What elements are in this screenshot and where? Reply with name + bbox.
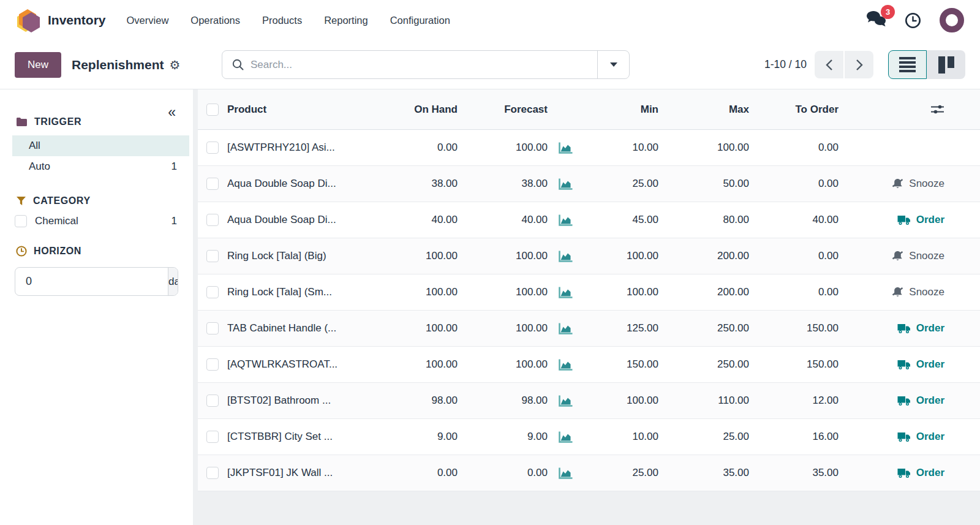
view-settings-gear-icon[interactable]: ⚙ [170, 58, 181, 72]
forecast-chart-icon[interactable] [548, 395, 584, 407]
menu-item-operations[interactable]: Operations [190, 15, 240, 26]
menu-item-reporting[interactable]: Reporting [324, 15, 368, 26]
activities-clock-icon[interactable] [905, 12, 921, 29]
row-checkbox[interactable] [206, 395, 219, 407]
forecast-chart-icon[interactable] [548, 214, 584, 227]
to-order-cell: 0.00 [749, 142, 839, 154]
forecast-chart-icon[interactable] [548, 467, 584, 480]
truck-icon [897, 468, 911, 478]
row-checkbox[interactable] [206, 467, 219, 479]
forecast-cell: 0.00 [458, 467, 548, 479]
max-cell: 80.00 [658, 214, 749, 226]
horizon-section-header: HORIZON [0, 246, 193, 257]
row-checkbox[interactable] [206, 178, 219, 190]
table-row[interactable]: Aqua Double Soap Di... 38.00 38.00 25.00… [198, 166, 980, 202]
table-row[interactable]: Aqua Double Soap Di... 40.00 40.00 45.00… [198, 202, 980, 238]
forecast-chart-icon[interactable] [548, 142, 584, 154]
table-row[interactable]: [ASWTPRHY210] Asi... 0.00 100.00 10.00 1… [198, 130, 980, 166]
search-input[interactable] [251, 59, 597, 71]
app-name[interactable]: Inventory [48, 13, 106, 28]
sidebar-item-chemical[interactable]: Chemical 1 [15, 215, 177, 227]
kanban-view-button[interactable] [927, 50, 965, 79]
sidebar-item-auto[interactable]: Auto 1 [12, 156, 189, 177]
on-hand-cell: 100.00 [374, 250, 458, 262]
funnel-icon [16, 196, 26, 206]
table-row[interactable]: [CTSTBBR] City Set ... 9.00 9.00 10.00 2… [198, 419, 980, 455]
row-checkbox[interactable] [206, 142, 219, 154]
pager-next-button[interactable] [845, 51, 873, 78]
to-order-cell: 12.00 [749, 395, 839, 407]
min-cell: 10.00 [584, 431, 658, 443]
table-row[interactable]: [AQTWLRKASTROAT... 100.00 100.00 150.00 … [198, 347, 980, 383]
product-cell: [CTSTBBR] City Set ... [227, 431, 374, 443]
forecast-chart-icon[interactable] [548, 286, 584, 299]
column-header-product[interactable]: Product [227, 104, 374, 116]
row-checkbox[interactable] [206, 250, 219, 262]
menu-item-overview[interactable]: Overview [127, 15, 169, 26]
order-button[interactable]: Order [897, 395, 944, 407]
forecast-chart-icon[interactable] [548, 178, 584, 191]
snooze-button[interactable]: Snooze [892, 178, 944, 190]
snooze-button[interactable]: Snooze [892, 286, 944, 298]
order-button[interactable]: Order [897, 358, 944, 371]
column-header-to-order[interactable]: To Order [749, 104, 839, 116]
max-cell: 100.00 [658, 142, 749, 154]
inventory-app-logo-icon[interactable] [16, 7, 40, 33]
row-checkbox[interactable] [206, 431, 219, 443]
column-header-max[interactable]: Max [658, 104, 749, 116]
sidebar-collapse-icon[interactable]: « [168, 105, 176, 119]
order-button[interactable]: Order [897, 322, 944, 334]
optional-columns-icon[interactable] [930, 104, 944, 115]
min-cell: 25.00 [584, 178, 658, 190]
table-row[interactable]: TAB Cabinet Handle (... 100.00 100.00 12… [198, 311, 980, 347]
forecast-chart-icon[interactable] [548, 250, 584, 263]
product-cell: [BTST02] Bathroom ... [227, 395, 374, 407]
menu-item-configuration[interactable]: Configuration [390, 15, 450, 26]
table-row[interactable]: Ring Lock [Tala] (Sm... 100.00 100.00 10… [198, 274, 980, 311]
min-cell: 100.00 [584, 250, 658, 262]
user-avatar[interactable] [940, 8, 964, 32]
chemical-checkbox[interactable] [15, 215, 27, 227]
list-view-button[interactable] [888, 50, 927, 79]
table-row[interactable]: [JKPTSF01] JK Wall ... 0.00 0.00 25.00 3… [198, 455, 980, 491]
column-header-forecast[interactable]: Forecast [458, 104, 548, 116]
search-options-toggle[interactable] [597, 51, 629, 78]
table-row[interactable]: Ring Lock [Tala] (Big) 100.00 100.00 100… [198, 238, 980, 274]
forecast-chart-icon[interactable] [548, 358, 584, 371]
order-label: Order [916, 467, 944, 479]
order-button[interactable]: Order [897, 214, 944, 226]
row-checkbox[interactable] [206, 358, 219, 371]
max-cell: 250.00 [658, 358, 749, 371]
select-all-checkbox[interactable] [206, 104, 219, 116]
menu-item-products[interactable]: Products [262, 15, 302, 26]
order-button[interactable]: Order [897, 467, 944, 479]
forecast-chart-icon[interactable] [548, 431, 584, 444]
filter-sidebar: « TRIGGER All Auto 1 CATEGORY C [0, 89, 193, 525]
search-bar [222, 50, 630, 79]
column-header-min[interactable]: Min [584, 104, 658, 116]
row-checkbox[interactable] [206, 214, 219, 226]
sidebar-item-all[interactable]: All [12, 135, 189, 156]
product-cell: [ASWTPRHY210] Asi... [227, 142, 374, 154]
order-label: Order [916, 358, 944, 371]
snooze-button[interactable]: Snooze [892, 250, 944, 262]
list-view-icon [899, 57, 916, 72]
new-button[interactable]: New [15, 52, 61, 78]
horizon-days-input[interactable] [15, 268, 168, 295]
min-cell: 25.00 [584, 467, 658, 479]
snooze-label: Snooze [909, 178, 944, 190]
order-button[interactable]: Order [897, 431, 944, 443]
messages-icon[interactable]: 3 [865, 10, 886, 30]
sidebar-item-label: Chemical [35, 215, 78, 227]
table-row[interactable]: [BTST02] Bathroom ... 98.00 98.00 100.00… [198, 383, 980, 419]
sidebar-item-label: All [29, 140, 40, 152]
column-header-on-hand[interactable]: On Hand [374, 104, 458, 116]
horizon-section-title: HORIZON [34, 246, 81, 257]
row-checkbox[interactable] [206, 286, 219, 298]
max-cell: 110.00 [658, 395, 749, 407]
row-checkbox[interactable] [206, 322, 219, 334]
forecast-chart-icon[interactable] [548, 322, 584, 335]
to-order-cell: 150.00 [749, 322, 839, 334]
pager-previous-button[interactable] [815, 51, 843, 78]
bell-slash-icon [892, 287, 903, 298]
